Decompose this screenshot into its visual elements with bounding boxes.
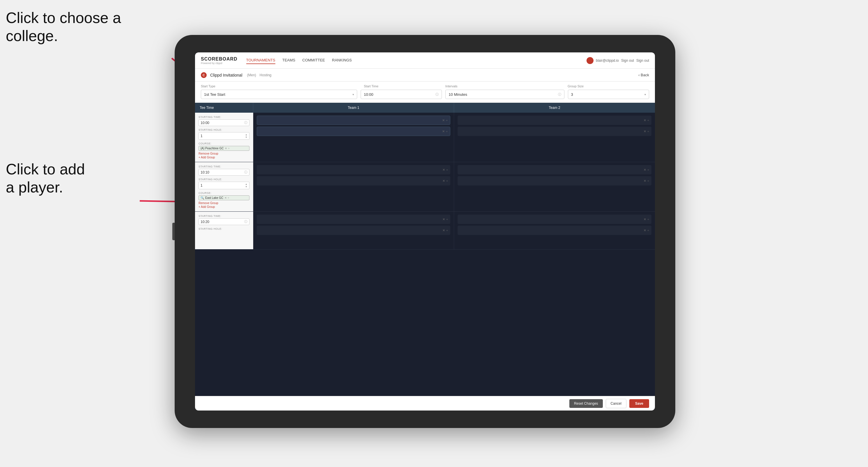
reset-changes-button[interactable]: Reset Changes xyxy=(569,399,603,408)
save-button[interactable]: Save xyxy=(629,399,649,408)
col-tee-time: Tee Time xyxy=(195,103,253,113)
starting-hole-label-1: STARTING HOLE: xyxy=(198,128,249,131)
remove-group-btn-2[interactable]: Remove Group xyxy=(198,201,249,205)
course-remove-2[interactable]: ✕ ÷ xyxy=(224,196,229,199)
player-x-icon-2[interactable]: ✕ xyxy=(442,130,445,133)
tournament-tag: (Men) xyxy=(247,73,256,77)
starting-hole-label-3: STARTING HOLE: xyxy=(198,227,249,230)
group-size-input[interactable]: 3 ▾ xyxy=(568,90,649,99)
nav-links: TOURNAMENTS TEAMS COMMITTEE RANKINGS xyxy=(246,57,587,64)
p2t2-d-1[interactable]: ÷ xyxy=(647,168,649,172)
team2-cell-2: ✕ ÷ ✕ ÷ xyxy=(454,162,655,211)
nav-tournaments[interactable]: TOURNAMENTS xyxy=(246,57,275,64)
app-subtitle: Powered by clippd xyxy=(201,62,238,65)
intervals-select[interactable]: 10 Minutes ⓘ xyxy=(445,90,564,99)
col-team1: Team 1 xyxy=(253,103,454,113)
starting-time-label-3: STARTING TIME: xyxy=(198,215,249,217)
p-x-1[interactable]: ✕ xyxy=(644,119,646,122)
settings-labels-row: Start Type Start Time Intervals Group Si… xyxy=(201,85,649,88)
p3-d-1[interactable]: ÷ xyxy=(446,217,448,221)
player-slot-1-2-1[interactable]: ✕ ÷ xyxy=(458,116,651,125)
annotation-add-player: Click to add a player. xyxy=(6,160,85,196)
starting-time-input-1[interactable]: 10:00 ⓘ xyxy=(198,119,249,126)
p3t2-d-2[interactable]: ÷ xyxy=(647,228,649,232)
start-time-input[interactable]: 10:00 ⓘ xyxy=(361,90,442,99)
player-slot-3-2-1[interactable]: ✕ ÷ xyxy=(458,215,651,224)
course-tag-1[interactable]: (A) Peachtree GC ✕ ÷ xyxy=(198,146,249,151)
time-info-icon-3: ⓘ xyxy=(244,220,247,224)
start-time-label: Start Time xyxy=(364,85,445,88)
starting-time-label-2: STARTING TIME: xyxy=(198,165,249,168)
course-actions-2: Remove Group + Add Group xyxy=(198,201,249,209)
player-slot-2-2-2[interactable]: ✕ ÷ xyxy=(458,176,651,185)
user-email: blair@clippd.io xyxy=(596,59,619,63)
player-slot-2-1-1[interactable]: ✕ ÷ xyxy=(257,165,450,175)
starting-hole-input-1[interactable]: 1 ▲▼ xyxy=(198,132,249,140)
player-slot-1-1-2[interactable]: ✕ ÷ xyxy=(257,127,450,136)
player-div-icon-2[interactable]: ÷ xyxy=(446,130,448,133)
p2t2-d-2[interactable]: ÷ xyxy=(647,179,649,183)
p2-d-2[interactable]: ÷ xyxy=(446,179,448,183)
p3t2-x-2[interactable]: ✕ xyxy=(644,228,646,232)
settings-controls: 1st Tee Start ▾ 10:00 ⓘ 10 Minutes ⓘ 3 ▾ xyxy=(201,90,649,99)
tablet-screen: SCOREBOARD Powered by clippd TOURNAMENTS… xyxy=(195,53,655,410)
p2-x-2[interactable]: ✕ xyxy=(442,179,445,183)
player-slot-2-2-1[interactable]: ✕ ÷ xyxy=(458,165,651,175)
nav-teams[interactable]: TEAMS xyxy=(282,57,296,64)
start-type-arrow-icon: ▾ xyxy=(352,93,354,96)
table-header: Tee Time Team 1 Team 2 xyxy=(195,103,655,113)
player-slot-1-1-1[interactable]: ✕ ÷ xyxy=(257,116,450,125)
player-slot-3-2-2[interactable]: ✕ ÷ xyxy=(458,226,651,235)
back-button[interactable]: ‹ Back xyxy=(638,73,649,77)
p3t2-d-1[interactable]: ÷ xyxy=(647,217,649,221)
cancel-button[interactable]: Cancel xyxy=(606,399,626,408)
add-group-btn-2[interactable]: + Add Group xyxy=(198,205,249,209)
player-slot-3-1-1[interactable]: ✕ ÷ xyxy=(257,215,450,224)
col-team2: Team 2 xyxy=(454,103,655,113)
nav-committee[interactable]: COMMITTEE xyxy=(303,57,325,64)
p-d-1[interactable]: ÷ xyxy=(647,119,649,122)
team2-cell-1: ✕ ÷ ✕ ÷ xyxy=(454,113,655,162)
p2-x-1[interactable]: ✕ xyxy=(442,168,445,172)
footer: Reset Changes Cancel Save xyxy=(195,396,655,410)
annotation-choose-college: Click to choose a college. xyxy=(6,9,121,45)
remove-group-btn-1[interactable]: Remove Group xyxy=(198,152,249,155)
sign-out-link[interactable]: Sign out xyxy=(621,59,634,63)
sub-header: C Clippd Invitational (Men) Hosting ‹ Ba… xyxy=(195,69,655,82)
starting-hole-input-2[interactable]: 1 ▲▼ xyxy=(198,182,249,189)
player-slot-2-1-2[interactable]: ✕ ÷ xyxy=(257,176,450,185)
team2-cell-3: ✕ ÷ ✕ ÷ xyxy=(454,212,655,249)
course-tag-2[interactable]: 🔍 East Lake GC ✕ ÷ xyxy=(198,195,249,200)
course-remove-1[interactable]: ✕ ÷ xyxy=(225,147,229,150)
team1-cell-3: ✕ ÷ ✕ ÷ xyxy=(253,212,454,249)
add-group-btn-1[interactable]: + Add Group xyxy=(198,156,249,159)
p-d-2[interactable]: ÷ xyxy=(647,130,649,133)
starting-time-input-2[interactable]: 10:10 ⓘ xyxy=(198,169,249,176)
p2t2-x-1[interactable]: ✕ xyxy=(644,168,646,172)
starting-time-label-1: STARTING TIME: xyxy=(198,116,249,119)
start-type-select[interactable]: 1st Tee Start ▾ xyxy=(201,90,357,99)
p2-d-1[interactable]: ÷ xyxy=(446,168,448,172)
p2t2-x-2[interactable]: ✕ xyxy=(644,179,646,183)
app-title: SCOREBOARD xyxy=(201,57,238,62)
p3t2-x-1[interactable]: ✕ xyxy=(644,217,646,221)
course-label-2: COURSE: xyxy=(198,192,249,194)
player-x-icon[interactable]: ✕ xyxy=(442,119,445,122)
hole-arrows-2: ▲▼ xyxy=(245,183,247,188)
p-x-2[interactable]: ✕ xyxy=(644,130,646,133)
group-3-info: STARTING TIME: 10:20 ⓘ STARTING HOLE: xyxy=(195,212,253,249)
starting-time-input-3[interactable]: 10:20 ⓘ xyxy=(198,218,249,225)
group-1-info: STARTING TIME: 10:00 ⓘ STARTING HOLE: 1 … xyxy=(195,113,253,162)
player-div-icon[interactable]: ÷ xyxy=(446,119,448,122)
nav-rankings[interactable]: RANKINGS xyxy=(332,57,352,64)
sign-out-text[interactable]: Sign out xyxy=(636,59,649,63)
team1-cell-1: ✕ ÷ ✕ ÷ xyxy=(253,113,454,162)
player-slot-1-2-2[interactable]: ✕ ÷ xyxy=(458,127,651,136)
p3-x-1[interactable]: ✕ xyxy=(442,217,445,221)
p3-x-2[interactable]: ✕ xyxy=(442,228,445,232)
table-row: STARTING TIME: 10:20 ⓘ STARTING HOLE: ✕ … xyxy=(195,212,655,250)
p3-d-2[interactable]: ÷ xyxy=(446,228,448,232)
team1-cell-2: ✕ ÷ ✕ ÷ xyxy=(253,162,454,211)
player-slot-actions-2: ✕ ÷ xyxy=(442,130,448,133)
player-slot-3-1-2[interactable]: ✕ ÷ xyxy=(257,226,450,235)
